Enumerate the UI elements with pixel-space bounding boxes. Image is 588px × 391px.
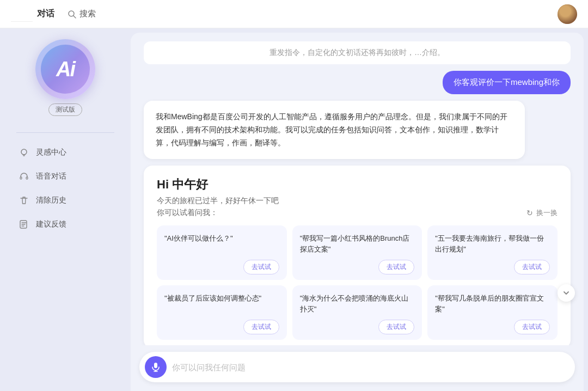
suggestion-grid: "AI伙伴可以做什么？" 去试试 "帮我写一篇小红书风格的Brunch店探店文案… bbox=[157, 225, 558, 340]
input-container bbox=[139, 352, 575, 382]
greeting-prompt: 你可以试着问我： bbox=[157, 208, 218, 218]
top-nav: Ai 对话 搜索 bbox=[0, 0, 588, 28]
user-message-container: 你客观评价一下mewbing和你 bbox=[144, 71, 571, 94]
test-badge: 测试版 bbox=[48, 103, 82, 116]
main-layout: Ai 测试版 灵感中心 bbox=[0, 28, 588, 391]
sidebar-item-voice[interactable]: 语音对话 bbox=[11, 166, 120, 187]
ai-logo-text: Ai bbox=[56, 58, 75, 81]
try-button-3[interactable]: 去试试 bbox=[243, 320, 279, 334]
suggestion-text-3: "被裁员了后应该如何调整心态" bbox=[164, 293, 279, 314]
nav-logo[interactable]: Ai 对话 bbox=[11, 7, 54, 22]
suggestion-card-2[interactable]: "五一我要去海南旅行，帮我做一份出行规划" 去试试 bbox=[427, 225, 558, 280]
try-button-1[interactable]: 去试试 bbox=[378, 260, 414, 274]
ai-logo-inner: Ai bbox=[41, 45, 90, 94]
refresh-button[interactable]: ↻ 换一换 bbox=[526, 208, 558, 218]
svg-point-0 bbox=[22, 7, 33, 21]
chevron-down-icon bbox=[562, 289, 571, 297]
edit-icon bbox=[19, 219, 29, 230]
svg-line-3 bbox=[74, 16, 76, 18]
chat-messages: 重发指令，自定化的文初话还将再如彼时，…介绍。 你客观评价一下mewbing和你… bbox=[131, 33, 584, 345]
sidebar-item-inspiration[interactable]: 灵感中心 bbox=[11, 142, 120, 163]
sidebar-label-clear: 清除历史 bbox=[36, 196, 66, 205]
headphone-icon bbox=[19, 171, 29, 182]
try-button-0[interactable]: 去试试 bbox=[243, 260, 279, 274]
svg-rect-5 bbox=[20, 177, 22, 179]
scroll-down-button[interactable] bbox=[558, 284, 575, 302]
input-area bbox=[131, 345, 584, 391]
refresh-icon: ↻ bbox=[526, 209, 533, 217]
mic-button[interactable] bbox=[145, 356, 167, 378]
sidebar-item-feedback[interactable]: 建议反馈 bbox=[11, 213, 120, 235]
suggestion-text-2: "五一我要去海南旅行，帮我做一份出行规划" bbox=[435, 233, 550, 254]
greeting-card: Hi 中午好 今天的旅程已过半，好好午休一下吧 你可以试着问我： ↻ 换一换 "… bbox=[144, 166, 571, 345]
suggestion-text-0: "AI伙伴可以做什么？" bbox=[164, 233, 279, 254]
sidebar-label-feedback: 建议反馈 bbox=[36, 219, 66, 229]
suggestion-card-4[interactable]: "海水为什么不会把喷涌的海底火山扑灭" 去试试 bbox=[292, 285, 422, 340]
ai-message-container: 我和MewBing都是百度公司开发的人工智能产品，遵循服务用户的产品理念。但是，… bbox=[144, 101, 571, 159]
greeting-title: Hi 中午好 bbox=[157, 176, 558, 193]
suggestion-text-5: "帮我写几条脱单后的朋友圈官宣文案" bbox=[435, 293, 550, 314]
ai-logo-circle: Ai bbox=[35, 39, 95, 99]
try-button-4[interactable]: 去试试 bbox=[378, 320, 414, 334]
mic-icon bbox=[151, 362, 161, 372]
truncated-message: 重发指令，自定化的文初话还将再如彼时，…介绍。 bbox=[144, 41, 571, 64]
suggestion-text-4: "海水为什么不会把喷涌的海底火山扑灭" bbox=[300, 293, 415, 314]
sidebar: Ai 测试版 灵感中心 bbox=[0, 28, 131, 391]
user-avatar[interactable] bbox=[558, 4, 577, 24]
sidebar-divider bbox=[16, 132, 114, 133]
suggestion-card-0[interactable]: "AI伙伴可以做什么？" 去试试 bbox=[157, 225, 287, 280]
suggestion-card-3[interactable]: "被裁员了后应该如何调整心态" 去试试 bbox=[157, 285, 287, 340]
nav-search[interactable]: 搜索 bbox=[68, 9, 96, 19]
try-button-2[interactable]: 去试试 bbox=[514, 260, 550, 274]
user-bubble: 你客观评价一下mewbing和你 bbox=[443, 71, 571, 94]
try-button-5[interactable]: 去试试 bbox=[514, 320, 550, 334]
trash-icon bbox=[19, 195, 29, 206]
suggestion-text-1: "帮我写一篇小红书风格的Brunch店探店文案" bbox=[300, 233, 415, 254]
greeting-header-row: 你可以试着问我： ↻ 换一换 bbox=[157, 208, 558, 218]
greeting-subtitle: 今天的旅程已过半，好好午休一下吧 bbox=[157, 196, 558, 206]
sidebar-menu: 灵感中心 语音对话 bbox=[0, 142, 131, 235]
sidebar-label-voice: 语音对话 bbox=[36, 172, 66, 181]
nav-title: 对话 bbox=[37, 8, 54, 20]
ai-logo-icon: Ai bbox=[11, 7, 33, 22]
nav-search-label: 搜索 bbox=[79, 9, 96, 19]
refresh-label: 换一换 bbox=[536, 208, 558, 218]
avatar-image bbox=[558, 4, 577, 24]
ai-logo-container: Ai 测试版 bbox=[35, 39, 95, 116]
svg-rect-8 bbox=[154, 363, 157, 368]
suggestion-card-5[interactable]: "帮我写几条脱单后的朋友圈官宣文案" 去试试 bbox=[427, 285, 558, 340]
suggestion-card-1[interactable]: "帮我写一篇小红书风格的Brunch店探店文案" 去试试 bbox=[292, 225, 422, 280]
svg-point-4 bbox=[21, 149, 27, 155]
bulb-icon bbox=[19, 147, 29, 158]
svg-rect-6 bbox=[26, 177, 28, 179]
chat-content-wrapper: 重发指令，自定化的文初话还将再如彼时，…介绍。 你客观评价一下mewbing和你… bbox=[131, 33, 584, 345]
search-icon bbox=[68, 10, 76, 19]
ai-bubble: 我和MewBing都是百度公司开发的人工智能产品，遵循服务用户的产品理念。但是，… bbox=[144, 101, 525, 159]
sidebar-label-inspiration: 灵感中心 bbox=[36, 148, 66, 157]
svg-text:Ai: Ai bbox=[26, 11, 33, 19]
chat-input[interactable] bbox=[172, 363, 566, 372]
sidebar-item-clear[interactable]: 清除历史 bbox=[11, 190, 120, 211]
chat-area: 重发指令，自定化的文初话还将再如彼时，…介绍。 你客观评价一下mewbing和你… bbox=[131, 33, 584, 391]
